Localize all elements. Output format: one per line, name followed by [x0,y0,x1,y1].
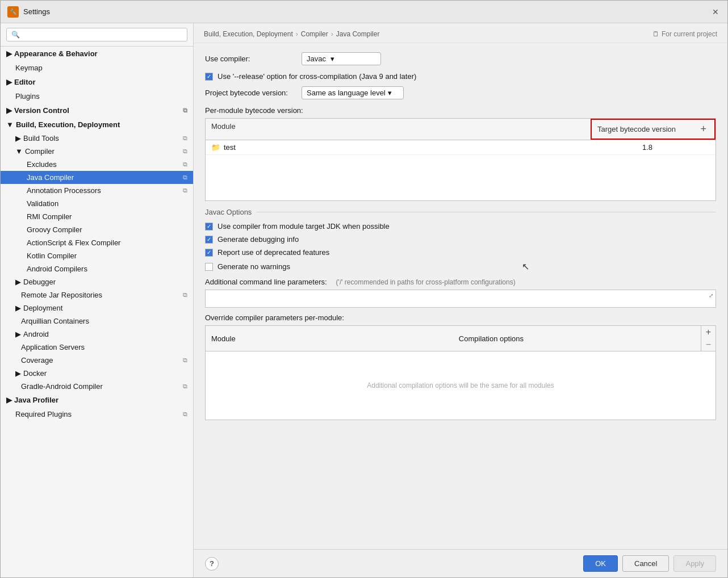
sidebar-item-excludes[interactable]: Excludes ⧉ [1,158,193,171]
cross-compile-checkbox[interactable]: ✓ [205,73,213,81]
override-empty-message: Additional compilation options will be t… [367,382,554,389]
bottom-buttons: OK Cancel Apply [583,555,716,572]
arrow-icon: ▶ [15,278,21,286]
arrow-icon: ▶ [15,369,21,378]
cmdline-input[interactable] [209,295,712,303]
module-folder-icon: 📁 [211,143,220,152]
arrow-icon: ▶ [15,304,21,312]
sidebar-item-label: RMI Compiler [27,212,72,221]
no-warnings-checkbox[interactable] [205,263,213,271]
sidebar: ▶ Appearance & Behavior Keymap ▶ Editor … [1,23,194,577]
per-module-table: Module Target bytecode version + 📁 test … [205,118,716,201]
sidebar-item-compiler[interactable]: ▼ Compiler ⧉ [1,145,193,158]
sidebar-item-java-profiler[interactable]: ▶ Java Profiler [1,393,193,407]
search-input[interactable] [6,28,187,41]
sidebar-item-label: Plugins [15,92,40,100]
bytecode-col-header: Target bytecode version + [591,119,716,140]
sidebar-item-gradle-android[interactable]: Gradle-Android Compiler ⧉ [1,380,193,393]
ok-button[interactable]: OK [583,555,618,572]
module-cell: 📁 test [211,143,585,152]
sidebar-item-debugger[interactable]: ▶ Debugger [1,275,193,288]
sidebar-item-label: Keymap [15,64,43,72]
sidebar-item-plugins[interactable]: Plugins [1,89,193,103]
title-bar: 🔧 Settings ✕ [1,1,727,23]
arrow-icon: ▼ [6,120,14,129]
apply-button[interactable]: Apply [673,555,716,572]
dropdown-arrow-icon: ▾ [388,89,392,97]
sidebar-item-docker[interactable]: ▶ Docker [1,367,193,380]
table-header: Module Target bytecode version + [206,119,716,140]
use-compiler-module-row: ✓ Use compiler from module target JDK wh… [205,222,716,231]
compiler-value: Javac [307,55,326,63]
sidebar-item-editor[interactable]: ▶ Editor [1,75,193,89]
add-module-button[interactable]: + [698,123,709,135]
cmdline-input-wrapper: ⤢ [205,290,716,308]
sidebar-item-label: Build, Execution, Deployment [16,120,120,129]
cmdline-section: Additional command line parameters: ('/'… [205,278,716,308]
sidebar-item-groovy-compiler[interactable]: Groovy Compiler [1,223,193,236]
sidebar-item-label: Groovy Compiler [27,225,82,234]
sidebar-item-app-servers[interactable]: Application Servers [1,341,193,354]
window-title: Settings [23,7,50,16]
generate-debug-checkbox[interactable]: ✓ [205,236,213,244]
bottom-bar: ? OK Cancel Apply [194,549,727,577]
sidebar-item-version-control[interactable]: ▶ Version Control ⧉ [1,103,193,118]
sidebar-item-validation[interactable]: Validation [1,197,193,210]
sidebar-item-label: Excludes [27,160,57,169]
sidebar-item-label: Required Plugins [15,410,72,418]
sidebar-item-actionscript[interactable]: ActionScript & Flex Compiler [1,236,193,249]
cmdline-header: Additional command line parameters: ('/'… [205,278,716,286]
override-table: Module Compilation options + − Additiona… [205,325,716,420]
sidebar-item-android-compilers[interactable]: Android Compilers [1,262,193,275]
sidebar-item-coverage[interactable]: Coverage ⧉ [1,354,193,367]
sidebar-item-label: Application Servers [21,343,85,351]
override-remove-button[interactable]: − [701,338,716,351]
sidebar-item-build-tools[interactable]: ▶ Build Tools ⧉ [1,132,193,145]
sidebar-item-remote-jar[interactable]: Remote Jar Repositories ⧉ [1,288,193,301]
sidebar-item-appearance[interactable]: ▶ Appearance & Behavior [1,47,193,61]
sidebar-item-deployment[interactable]: ▶ Deployment [1,301,193,315]
expand-icon[interactable]: ⤢ [709,292,713,299]
sidebar-item-annotation-processors[interactable]: Annotation Processors ⧉ [1,184,193,197]
sidebar-item-label: Version Control [14,106,69,115]
bytecode-dropdown[interactable]: Same as language level ▾ [302,86,404,99]
sidebar-item-label: Remote Jar Repositories [21,291,102,299]
close-button[interactable]: ✕ [710,7,721,17]
use-compiler-checkbox[interactable]: ✓ [205,223,213,231]
report-deprecated-checkbox[interactable]: ✓ [205,249,213,257]
sidebar-item-kotlin-compiler[interactable]: Kotlin Compiler [1,249,193,262]
report-deprecated-row: ✓ Report use of deprecated features [205,248,716,257]
copy-icon: ⧉ [183,383,187,390]
cmdline-note: ('/' recommended in paths for cross-plat… [336,278,516,286]
generate-debug-label: Generate debugging info [217,235,299,244]
copy-icon: ⧉ [183,187,187,194]
table-empty-space [206,155,716,200]
module-name: test [224,143,236,152]
sidebar-item-arquillian[interactable]: Arquillian Containers [1,315,193,328]
cancel-button[interactable]: Cancel [622,555,669,572]
sidebar-item-keymap[interactable]: Keymap [1,61,193,75]
arrow-icon: ▶ [15,134,21,143]
help-button[interactable]: ? [205,557,219,571]
compiler-select[interactable]: Javac ▾ [302,52,381,65]
sidebar-item-label: Gradle-Android Compiler [21,382,103,391]
search-box [1,23,193,47]
sidebar-item-java-compiler[interactable]: Java Compiler ⧉ [1,171,193,184]
copy-icon: ⧉ [183,411,187,418]
generate-debug-row: ✓ Generate debugging info [205,235,716,244]
sidebar-item-android[interactable]: ▶ Android [1,328,193,341]
override-table-body: Additional compilation options will be t… [206,351,716,420]
sidebar-item-required-plugins[interactable]: Required Plugins ⧉ [1,407,193,421]
sidebar-item-rmi-compiler[interactable]: RMI Compiler [1,210,193,223]
override-add-button[interactable]: + [701,326,716,338]
sidebar-item-label: Editor [14,78,36,86]
sidebar-item-label: Validation [27,199,58,208]
arrow-icon: ▼ [15,147,23,156]
sidebar-item-build-exec[interactable]: ▼ Build, Execution, Deployment [1,118,193,132]
no-warnings-label: Generate no warnings [217,262,290,271]
override-options-header: Compilation options [453,331,701,346]
sidebar-item-label: Java Compiler [27,173,74,182]
project-icon: 🗒 [652,30,659,38]
arrow-icon: ▶ [6,78,12,86]
copy-icon: ⧉ [183,291,187,299]
